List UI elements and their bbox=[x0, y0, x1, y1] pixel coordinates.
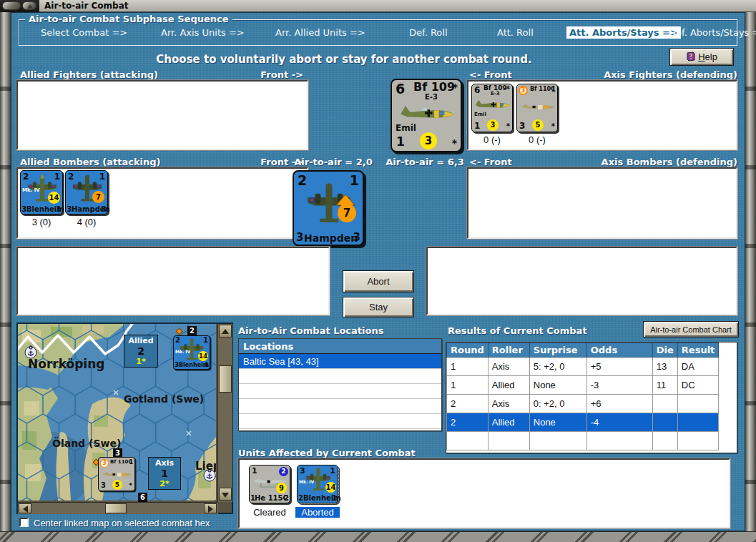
step-arr-allied-units[interactable]: Arr. Allied Units => bbox=[275, 27, 365, 38]
allied-bombers-box[interactable]: 2 1 Mk. IV 14 3 Blenheim 1 3 (0) 2 1 bbox=[16, 167, 308, 239]
results-title: Results of Current Combat bbox=[448, 325, 587, 336]
map-label-oland: Öland (Swe) bbox=[52, 437, 121, 449]
results-row[interactable]: 1AlliedNone-311DC bbox=[447, 376, 719, 395]
defense-circle: 14 bbox=[325, 482, 336, 493]
axis-stack-box[interactable]: Axis 1 2* bbox=[148, 457, 181, 490]
movement-value: 6 bbox=[474, 86, 480, 94]
affected-units-box[interactable]: 1 2 9 1 He 115C 2 Cleared 3 1 bbox=[238, 458, 730, 528]
locations-list[interactable]: Locations Baltic Sea [43, 43] bbox=[238, 338, 442, 431]
results-header-row: Round Roller Surprise Odds Die Result bbox=[447, 343, 719, 358]
location-row-empty[interactable] bbox=[239, 384, 441, 399]
attack-value: 3 bbox=[101, 482, 106, 489]
results-row-selected[interactable]: 2AlliedNone-4 bbox=[447, 413, 719, 432]
stack-side: Allied bbox=[124, 336, 157, 345]
step-arr-axis-units[interactable]: Arr. Axis Units => bbox=[161, 27, 245, 38]
defense-circle: 3 bbox=[420, 132, 437, 149]
map-label-gotland: Gotland (Swe) bbox=[124, 393, 204, 405]
abort-button[interactable]: Abort bbox=[343, 270, 414, 292]
allied-fighters-box[interactable] bbox=[16, 80, 308, 150]
help-button[interactable]: Help bbox=[669, 48, 734, 66]
defense-circle: 5 bbox=[112, 480, 122, 490]
location-row-empty[interactable] bbox=[239, 369, 441, 384]
unit-counter-bf109[interactable]: 6 Bf 109 E-3 * Emil 1 3 * bbox=[471, 84, 513, 132]
unit-counter-bf110c[interactable]: 3 Bf 110C 1 3 5 * bbox=[516, 84, 558, 132]
stay-button[interactable]: Stay bbox=[343, 297, 414, 317]
results-row[interactable]: 1Axis5: +2, 0+513DA bbox=[447, 358, 719, 376]
results-table-container: Round Roller Surprise Odds Die Result 1A… bbox=[446, 342, 737, 453]
selected-axis-fighter-card[interactable]: 6 Bf 109 E-3 * Emil 1 3 * bbox=[391, 79, 462, 152]
window-menu-button[interactable] bbox=[2, 1, 21, 10]
movement-value: 3 bbox=[300, 467, 305, 475]
axis-bombers-box[interactable] bbox=[467, 167, 737, 239]
axis-fighters-box[interactable]: 6 Bf 109 E-3 * Emil 1 3 * 0 (-) 3 Bf 110… bbox=[467, 80, 737, 150]
scroll-right-button[interactable] bbox=[204, 503, 217, 513]
affected-title: Units Affected by Current Combat bbox=[238, 448, 416, 458]
unit-status-text: 4 (0) bbox=[65, 217, 108, 227]
location-row-empty[interactable] bbox=[239, 414, 441, 429]
location-row-empty[interactable] bbox=[239, 399, 441, 414]
range-value: 1 bbox=[56, 205, 62, 213]
scroll-thumb[interactable] bbox=[105, 503, 127, 513]
subphase-groupbox: Air-to-air Combat Subphase Sequence Sele… bbox=[19, 19, 737, 46]
map-horizontal-scrollbar[interactable] bbox=[18, 502, 218, 514]
map-label-liepaja: Liep bbox=[195, 460, 216, 473]
star-marker: * bbox=[506, 123, 510, 130]
unit-subtype: Mk. IV bbox=[299, 480, 314, 484]
scroll-down-button[interactable] bbox=[219, 488, 232, 501]
axis-fighters-label: Axis Fighters (defending) bbox=[559, 69, 737, 80]
results-row[interactable]: 2Axis0: +2, 0+6 bbox=[447, 395, 719, 413]
location-row-selected[interactable]: Baltic Sea [43, 43] bbox=[239, 354, 441, 369]
step-att-aborts-stays[interactable]: Att. Aborts/Stays => bbox=[566, 26, 681, 39]
defense-circle: 7 bbox=[92, 191, 104, 203]
range-value: 3 bbox=[353, 232, 360, 243]
map-vertical-scrollbar[interactable] bbox=[217, 324, 232, 502]
unit-counter-blenheim-aborted[interactable]: 3 1 Mk. IV 14 2 Blenheim 1 bbox=[297, 465, 338, 503]
bf109-plane-art bbox=[475, 98, 511, 110]
results-row-empty[interactable] bbox=[447, 432, 719, 450]
unit-name: He 115C bbox=[255, 495, 288, 502]
unit-name: Bf 109 bbox=[413, 82, 455, 93]
step-select-combat[interactable]: Select Combat => bbox=[41, 27, 127, 38]
center-map-checkbox-label: Center linked map on selected combat hex bbox=[34, 518, 210, 528]
help-label: Help bbox=[698, 51, 717, 62]
step-def-aborts-stays[interactable]: Def. Aborts/Stays => bbox=[669, 27, 756, 38]
combat-hex-minimap[interactable]: Norrköping Gotland (Swe) Öland (Swe) Lie… bbox=[16, 322, 233, 514]
window-title: Air-to-air Combat bbox=[39, 0, 756, 12]
locations-header: Locations bbox=[239, 339, 441, 354]
unit-counter-he115[interactable]: 1 2 9 1 He 115C 2 bbox=[249, 465, 290, 503]
defense-circle: 3 bbox=[487, 119, 499, 131]
defender-decision-box[interactable] bbox=[426, 247, 737, 315]
map-unit-counter-blenheim[interactable]: 2 1 Mk. IV 14 3 Blenheim 1 bbox=[173, 335, 210, 370]
range-value: 1 bbox=[332, 495, 337, 502]
dialog-body: Air-to-air Combat Subphase Sequence Sele… bbox=[11, 12, 745, 531]
step-att-roll[interactable]: Att. Roll bbox=[497, 27, 534, 38]
scroll-up-button[interactable] bbox=[219, 325, 232, 337]
stack-air: 2* bbox=[149, 479, 180, 488]
star-marker: * bbox=[506, 86, 510, 93]
scroll-left-button[interactable] bbox=[19, 503, 31, 513]
attacker-decision-box[interactable] bbox=[16, 247, 330, 315]
movement-value: 1 bbox=[252, 467, 257, 475]
unit-variant: Emil bbox=[396, 124, 416, 132]
window-minimize-button[interactable] bbox=[22, 1, 36, 10]
scroll-thumb[interactable] bbox=[219, 365, 232, 393]
center-map-checkbox[interactable] bbox=[19, 518, 29, 527]
combat-chart-button[interactable]: Air-to-air Combat Chart bbox=[643, 321, 739, 337]
bf109-plane-art bbox=[397, 103, 458, 122]
results-table: Round Roller Surprise Odds Die Result 1A… bbox=[446, 343, 719, 450]
col-surprise: Surprise bbox=[529, 343, 586, 358]
front-left-arrow-label: <- Front bbox=[469, 157, 512, 167]
allied-stack-box[interactable]: Allied 2 1* bbox=[124, 335, 158, 368]
star-marker: * bbox=[452, 138, 457, 148]
step-def-roll[interactable]: Def. Roll bbox=[409, 27, 448, 38]
unit-variant: Emil bbox=[474, 112, 486, 117]
unit-counter-blenheim[interactable]: 2 1 Mk. IV 14 3 Blenheim 1 bbox=[20, 170, 63, 215]
selected-allied-bomber-card[interactable]: 2 1 7 3 Hampden 3 bbox=[293, 170, 364, 246]
star-marker: * bbox=[551, 123, 555, 130]
map-unit-counter-bf110c[interactable]: 3 Bf 110C 1 3 5 * bbox=[98, 457, 135, 491]
unit-counter-hampden[interactable]: 2 1 7 3 Hampden 3 bbox=[65, 170, 108, 215]
defense-circle: 7 bbox=[338, 204, 356, 222]
range-value: 1 bbox=[205, 362, 209, 368]
attack-value: 3 bbox=[296, 232, 303, 243]
movement-value: 6 bbox=[396, 82, 405, 96]
